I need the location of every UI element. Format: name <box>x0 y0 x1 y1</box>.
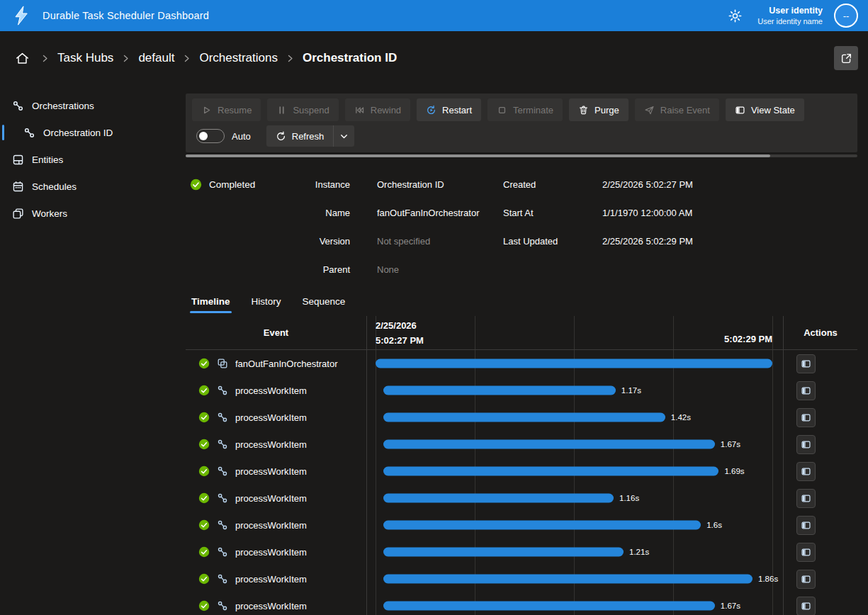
timeline-table: Event 2/25/2026 5:02:27 PM 5:02:29 PM Ac… <box>186 316 857 615</box>
flow-icon <box>217 492 228 504</box>
completed-check-icon <box>198 358 210 369</box>
sidebar-item-entities[interactable]: Entities <box>0 146 174 173</box>
event-name: processWorkItem <box>235 601 307 611</box>
timeline-bar[interactable] <box>383 521 701 530</box>
detail-label: Last Updated <box>503 236 602 247</box>
schedules-icon <box>12 181 24 193</box>
sidebar-item-label: Orchestration ID <box>43 128 113 138</box>
avatar[interactable]: -- <box>834 4 858 28</box>
settings-button[interactable] <box>723 4 746 27</box>
detail-label: Start At <box>503 208 602 218</box>
sidebar-item-orchestration-id[interactable]: Orchestration ID <box>0 119 174 146</box>
view-state-button[interactable]: View State <box>726 98 804 121</box>
duration-label: 1.86s <box>758 575 778 583</box>
breadcrumb-item-task-hubs[interactable]: Task Hubs <box>57 51 113 65</box>
view-state-row-button[interactable] <box>796 489 816 508</box>
selection-indicator <box>2 98 4 113</box>
view-state-row-button[interactable] <box>796 462 816 481</box>
resume-button[interactable]: Resume <box>192 98 261 121</box>
view-state-row-button[interactable] <box>796 354 816 373</box>
terminate-button[interactable]: Terminate <box>487 98 563 121</box>
flow-icon <box>217 546 228 558</box>
tab-label: Timeline <box>191 296 230 307</box>
view-state-row-button[interactable] <box>796 381 816 400</box>
open-in-new-button[interactable] <box>834 46 858 70</box>
timeline-bar[interactable] <box>383 602 715 611</box>
timeline-row: processWorkItem1.42s <box>186 404 857 431</box>
tab-history[interactable]: History <box>250 292 283 313</box>
raise-event-button[interactable]: Raise Event <box>635 98 719 121</box>
home-button[interactable] <box>11 47 33 69</box>
detail-label: Created <box>503 179 602 190</box>
view-state-row-button[interactable] <box>796 516 816 535</box>
view-state-row-button[interactable] <box>796 543 816 562</box>
timeline-bar[interactable] <box>383 440 715 449</box>
rewind-icon <box>354 105 365 115</box>
breadcrumb-item-orchestration-id[interactable]: Orchestration ID <box>303 51 397 65</box>
view-state-icon <box>801 547 811 558</box>
view-state-row-button[interactable] <box>796 435 816 454</box>
detail-value: None <box>350 264 503 275</box>
chevron-right-icon <box>182 54 191 63</box>
breadcrumb-item-orchestrations[interactable]: Orchestrations <box>199 51 278 65</box>
timeline-row: processWorkItem1.21s <box>186 538 857 565</box>
duration-label: 1.67s <box>721 440 740 448</box>
timeline-bar[interactable] <box>383 494 614 503</box>
event-name: processWorkItem <box>235 439 307 450</box>
timeline-bar[interactable] <box>383 467 718 476</box>
sidebar-item-schedules[interactable]: Schedules <box>0 173 174 200</box>
restart-button[interactable]: Restart <box>417 98 481 121</box>
tab-timeline[interactable]: Timeline <box>190 292 232 313</box>
tab-sequence[interactable]: Sequence <box>301 292 347 313</box>
timeline-bar[interactable] <box>376 359 772 368</box>
timeline-row: processWorkItem1.69s <box>186 458 857 485</box>
selection-indicator <box>2 125 4 140</box>
rewind-button[interactable]: Rewind <box>345 98 410 121</box>
tab-bar: TimelineHistorySequence <box>186 285 857 313</box>
chevron-down-icon <box>339 131 349 142</box>
view-state-row-button[interactable] <box>796 408 816 427</box>
auto-refresh-toggle[interactable] <box>196 129 225 143</box>
completed-check-icon <box>198 573 210 585</box>
refresh-button[interactable]: Refresh <box>266 125 334 147</box>
timeline-bar[interactable] <box>383 548 624 557</box>
detail-label: Name <box>289 208 350 218</box>
view-state-row-button[interactable] <box>796 597 816 615</box>
actions-column-header: Actions <box>783 316 857 349</box>
top-bar: Durable Task Scheduler Dashboard User id… <box>0 0 868 31</box>
user-info: User identity User identity name <box>757 5 823 27</box>
flow-icon <box>23 127 35 139</box>
completed-check-icon <box>190 179 202 191</box>
duration-label: 1.6s <box>706 521 722 529</box>
flow-icon <box>217 519 228 531</box>
completed-check-icon <box>198 546 210 558</box>
timeline-bar[interactable] <box>383 575 753 584</box>
breadcrumb-item-default[interactable]: default <box>138 51 174 65</box>
event-name: processWorkItem <box>235 493 307 504</box>
refresh-options-button[interactable] <box>333 125 354 147</box>
timeline-bar[interactable] <box>383 386 616 395</box>
pause-icon <box>276 105 287 115</box>
sidebar-item-orchestrations[interactable]: Orchestrations <box>0 92 174 119</box>
horizontal-scrollbar[interactable] <box>186 154 857 157</box>
suspend-button[interactable]: Suspend <box>267 98 338 121</box>
raise-event-icon <box>644 105 655 115</box>
view-state-icon <box>801 601 811 611</box>
timeline-row: processWorkItem1.67s <box>186 592 857 615</box>
timeline-bar[interactable] <box>383 413 665 422</box>
view-state-icon <box>801 359 811 369</box>
sidebar-item-workers[interactable]: Workers <box>0 200 174 227</box>
detail-label: Instance <box>289 179 350 190</box>
event-name: processWorkItem <box>235 547 307 558</box>
view-state-row-button[interactable] <box>796 570 816 589</box>
duration-label: 1.67s <box>721 602 740 610</box>
flow-icon <box>217 439 228 450</box>
status-text: Completed <box>209 179 255 190</box>
event-name: processWorkItem <box>235 385 307 396</box>
view-state-icon <box>801 493 811 504</box>
purge-button[interactable]: Purge <box>569 98 629 121</box>
axis-start-time: 5:02:27 PM <box>376 334 424 349</box>
button-label: Suspend <box>293 105 329 115</box>
refresh-icon <box>276 131 286 142</box>
scrollbar-thumb[interactable] <box>186 154 770 157</box>
